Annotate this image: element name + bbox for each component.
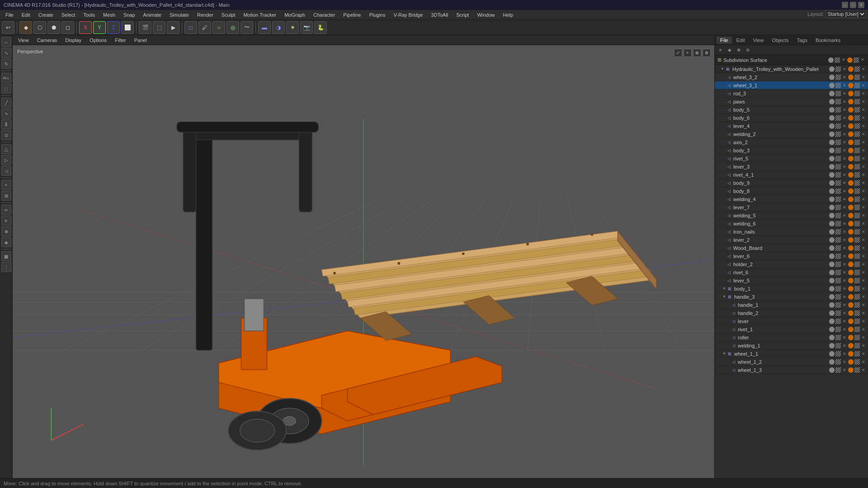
root-x-2[interactable]: ✕ — [861, 67, 866, 71]
om-item-roller[interactable]: ◁ roller ✕ ✕ — [715, 333, 868, 342]
magnet-tool[interactable]: ⊙ — [1, 130, 11, 140]
om-item-rivet6[interactable]: ◁ rivet_6 ✕ ✕ — [715, 268, 868, 277]
om-item-rod3[interactable]: ◁ rod_3 ✕ ✕ — [715, 89, 868, 98]
om-x-icon-1[interactable]: ✕ — [841, 57, 846, 63]
om-item-rivet5[interactable]: ◁ rivet_5 ✕ ✕ — [715, 155, 868, 163]
om-tool-4[interactable]: ⊖ — [744, 46, 752, 54]
viewport-tool-3[interactable]: ◁ — [1, 166, 11, 176]
x-icon-2[interactable]: ✕ — [861, 75, 866, 80]
menu-character[interactable]: Character — [310, 11, 339, 19]
om-item-wheel12[interactable]: ◁ wheel_1_2 ✕ ✕ — [715, 358, 868, 366]
maximize-button[interactable]: □ — [850, 2, 856, 8]
menu-simulate[interactable]: Simulate — [166, 11, 193, 19]
vis-dot-2[interactable] — [829, 83, 835, 88]
floor-button[interactable]: ▬ — [258, 21, 271, 34]
extra-tool-4[interactable]: ◈ — [1, 237, 11, 247]
point-mode-button[interactable]: ⬡ — [33, 21, 46, 34]
om-item-welding4[interactable]: ◁ welding_4 ✕ ✕ — [715, 195, 868, 203]
menu-animate[interactable]: Animate — [140, 11, 165, 19]
viewport-menu-panel[interactable]: Panel — [131, 37, 151, 44]
om-item-rivet41[interactable]: ◁ rivet_4_1 ✕ ✕ — [715, 171, 868, 179]
om-item-body6[interactable]: ◁ body_6 ✕ ✕ — [715, 114, 868, 122]
om-item-ironnails[interactable]: ◁ Iron_nails ✕ ✕ — [715, 228, 868, 236]
viewport-menu-filter[interactable]: Filter — [111, 37, 129, 44]
menu-script[interactable]: Script — [453, 11, 472, 19]
om-root-object[interactable]: ▼ ⊞ Hydraulic_Trolley_with_Wooden_Pallet… — [715, 65, 868, 73]
om-tab-view[interactable]: View — [750, 37, 768, 44]
om-item-axis2[interactable]: ◁ axis_2 ✕ ✕ — [715, 138, 868, 146]
snap-tool[interactable]: ⋮ — [1, 262, 11, 272]
viewport-menu-options[interactable]: Options — [86, 37, 110, 44]
brush-tool[interactable]: ∿ — [1, 108, 11, 118]
menu-motion-tracker[interactable]: Motion Tracker — [240, 11, 280, 19]
model-mode-button[interactable]: ◆ — [19, 21, 32, 34]
menu-mesh[interactable]: Mesh — [99, 11, 119, 19]
extra-tool-1[interactable]: ∞ — [1, 205, 11, 215]
om-item-lever4[interactable]: ◁ lever_4 ✕ ✕ — [715, 122, 868, 130]
body1-expand[interactable]: ▼ — [722, 286, 726, 291]
menu-window[interactable]: Window — [473, 11, 498, 19]
viewport-settings-button[interactable]: ⚙ — [703, 49, 711, 57]
spline-button[interactable]: 〜 — [241, 21, 253, 34]
undo-button[interactable]: ↩ — [2, 21, 14, 34]
render-active-button[interactable]: ▶ — [167, 21, 179, 34]
axis-tool[interactable]: + — [1, 180, 11, 190]
camera-button[interactable]: 📷 — [300, 21, 313, 34]
x-icon-3[interactable]: ✕ — [842, 83, 847, 88]
om-item-welding2[interactable]: ◁ welding_2 ✕ ✕ — [715, 130, 868, 138]
select-all[interactable]: ALL — [1, 73, 11, 83]
om-tab-bookmarks[interactable]: Bookmarks — [812, 37, 844, 44]
deform-button[interactable]: ◎ — [226, 21, 239, 34]
viewport-fit-button[interactable]: + — [684, 49, 692, 57]
light-button[interactable]: ☀ — [286, 21, 299, 34]
menu-create[interactable]: Create — [35, 11, 57, 19]
menu-edit[interactable]: Edit — [18, 11, 34, 19]
vis-dot[interactable] — [829, 75, 835, 80]
om-tab-edit[interactable]: Edit — [733, 37, 749, 44]
root-vis-dot[interactable] — [829, 66, 835, 72]
x-axis-button[interactable]: X — [79, 21, 92, 34]
om-item-handle1[interactable]: ◁ handle_1 ✕ ✕ — [715, 301, 868, 309]
edge-mode-button[interactable]: ⬢ — [47, 21, 60, 34]
om-item-welding6[interactable]: ◁ welding_6 ✕ ✕ — [715, 220, 868, 228]
menu-select[interactable]: Select — [58, 11, 79, 19]
texture-tool[interactable]: ▦ — [1, 251, 11, 261]
color-dot[interactable] — [848, 75, 854, 80]
x-icon[interactable]: ✕ — [842, 75, 847, 80]
om-color-dot[interactable] — [847, 57, 853, 63]
rotate-tool[interactable]: ↻ — [1, 59, 11, 69]
paint-button[interactable]: 🖊 — [198, 21, 211, 34]
om-tool-2[interactable]: ◈ — [726, 46, 734, 54]
x-icon-4[interactable]: ✕ — [861, 83, 866, 88]
close-button[interactable]: ✕ — [858, 2, 864, 8]
om-item-paws[interactable]: ◁ paws ✕ ✕ — [715, 98, 868, 106]
viewport-menu-cameras[interactable]: Cameras — [33, 37, 61, 44]
move-tool[interactable]: ↔ — [1, 37, 11, 47]
minimize-button[interactable]: ─ — [842, 2, 848, 8]
sky-button[interactable]: ◑ — [272, 21, 285, 34]
om-item-woodboard[interactable]: ◁ Wood_Board ✕ ✕ — [715, 244, 868, 252]
wheel11-expand[interactable]: ▼ — [722, 352, 726, 356]
layout-select[interactable]: Startup [User] Standard Modeling — [826, 10, 866, 18]
om-item-wheel32[interactable]: ◁ wheel_3_2 ✕ ✕ — [715, 73, 868, 81]
select-tool-button[interactable]: ○ — [212, 21, 225, 34]
menu-snap[interactable]: Snap — [120, 11, 139, 19]
scale-tool[interactable]: ⤡ — [1, 48, 11, 58]
z-axis-button[interactable]: Z — [107, 21, 120, 34]
om-item-body3[interactable]: ◁ body_3 ✕ ✕ — [715, 146, 868, 155]
paint-tool[interactable]: $ — [1, 119, 11, 129]
om-item-lever[interactable]: ◁ lever ✕ ✕ — [715, 317, 868, 325]
root-x[interactable]: ✕ — [842, 67, 847, 71]
menu-sculpt[interactable]: Sculpt — [218, 11, 239, 19]
viewport-zoom-button[interactable]: ⊞ — [693, 49, 701, 57]
om-visibility-dot[interactable] — [828, 57, 834, 63]
render-region-button[interactable]: ⬚ — [153, 21, 165, 34]
polygon-mode-button[interactable]: ◻ — [61, 21, 74, 34]
y-axis-button[interactable]: Y — [93, 21, 106, 34]
root-color-dot[interactable] — [848, 66, 854, 72]
menu-pipeline[interactable]: Pipeline — [340, 11, 364, 19]
om-tab-file[interactable]: File — [717, 37, 732, 44]
viewport-menu-view[interactable]: View — [14, 37, 33, 44]
om-tab-tags[interactable]: Tags — [793, 37, 811, 44]
om-item-lever5[interactable]: ◁ lever_5 ✕ ✕ — [715, 277, 868, 285]
